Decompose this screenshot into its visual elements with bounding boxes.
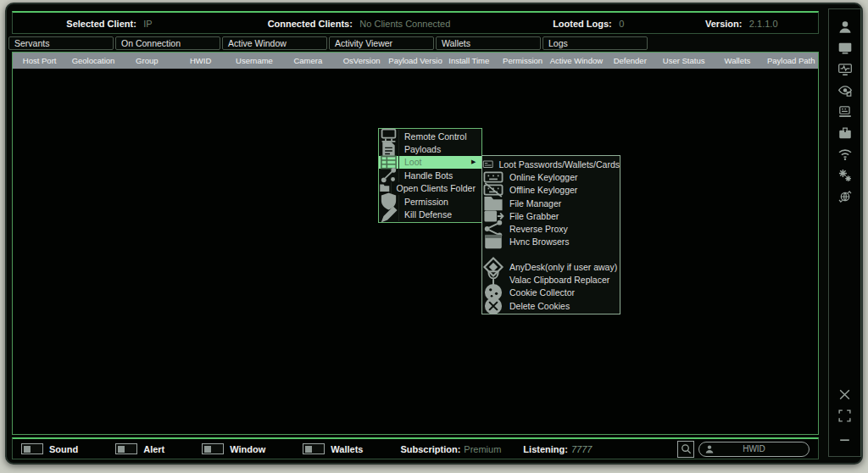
keylogger-icon xyxy=(837,104,853,120)
submenu-arrow-icon: ▶ xyxy=(471,159,481,165)
column-header[interactable]: Active Window xyxy=(549,56,603,65)
close-icon xyxy=(837,387,852,402)
sidebar-button[interactable] xyxy=(834,186,856,207)
hvnc-browsers-icon xyxy=(482,231,504,253)
checkbox-label: Wallets xyxy=(331,444,363,454)
sidebar-button[interactable] xyxy=(834,37,856,58)
listening-port-value: 7777 xyxy=(571,444,592,454)
tab[interactable]: Wallets xyxy=(436,36,541,50)
version-value: 2.1.1.0 xyxy=(749,19,778,29)
checkbox[interactable] xyxy=(303,443,325,454)
settings-gears-icon xyxy=(837,168,853,183)
context-menu-item-label: Open Clients Folder xyxy=(392,183,476,193)
sidebar-button[interactable] xyxy=(834,122,856,143)
hwid-search-input[interactable] xyxy=(699,442,809,456)
user-icon xyxy=(704,444,715,454)
sidebar-button[interactable] xyxy=(834,16,856,37)
connected-clients-label: Connected Clients: xyxy=(268,19,353,29)
sidebar-button[interactable] xyxy=(834,164,856,186)
context-menu-item-label: Kill Defense xyxy=(399,209,471,220)
submenu-item-label: Offline Keylogger xyxy=(504,185,620,195)
column-header[interactable]: Camera xyxy=(281,56,335,65)
submenu-item-label: Delete Cookies xyxy=(504,301,620,311)
spy-eye-icon xyxy=(837,83,853,98)
column-header[interactable]: HWID xyxy=(174,56,227,65)
connected-clients-value: No Clients Connected xyxy=(359,19,450,29)
submenu-item-label: Reverse Proxy xyxy=(504,224,620,234)
checkbox[interactable] xyxy=(115,443,137,454)
briefcase-icon xyxy=(837,125,853,141)
context-menu-item[interactable]: Kill Defense ▶ xyxy=(379,208,481,220)
clients-table-body[interactable] xyxy=(13,69,818,434)
sidebar-button[interactable] xyxy=(834,80,856,101)
submenu-item[interactable]: Hvnc Browsers xyxy=(482,236,620,248)
listening-status: Listening: 7777 xyxy=(523,444,592,454)
window-control-button[interactable] xyxy=(834,405,856,426)
looted-logs-label: Looted Logs: xyxy=(553,19,612,29)
column-header[interactable]: Defender xyxy=(604,56,657,65)
column-header[interactable]: Permission xyxy=(496,56,549,65)
checkbox-group: Alert xyxy=(115,443,164,454)
version-label: Version: xyxy=(705,19,742,29)
column-header[interactable]: OsVersion xyxy=(335,56,388,65)
app-window: Selected Client: IP Connected Clients: N… xyxy=(5,3,863,465)
window-controls xyxy=(834,384,856,456)
column-header[interactable]: Wallets xyxy=(710,56,764,65)
sidebar-button[interactable] xyxy=(834,143,856,164)
window-control-button[interactable] xyxy=(834,426,856,448)
selected-client-label: Selected Client: xyxy=(66,19,136,29)
submenu-item-label: Hvnc Browsers xyxy=(504,236,620,247)
context-menu-item-label: Payloads xyxy=(399,144,471,154)
looted-logs-value: 0 xyxy=(619,19,624,29)
checkbox-group: Wallets xyxy=(303,443,363,454)
search-button[interactable] xyxy=(677,441,694,458)
context-menu: Remote Control ▶ Payloads ▶ Loot ▶ xyxy=(378,128,482,223)
listening-label: Listening: xyxy=(523,444,568,454)
status-header-bar: Selected Client: IP Connected Clients: N… xyxy=(12,11,819,34)
tab[interactable]: On Connection xyxy=(115,36,220,50)
sidebar-button[interactable] xyxy=(834,101,856,122)
column-header[interactable]: Payload Path xyxy=(765,56,818,65)
context-menu-item-label: Loot xyxy=(399,157,471,167)
column-header[interactable]: Group xyxy=(120,56,174,65)
tab[interactable]: Active Window xyxy=(222,36,327,50)
tab[interactable]: Servants xyxy=(8,36,114,50)
submenu-item-label: Cookie Collector xyxy=(504,287,620,298)
checkbox-label: Alert xyxy=(143,444,164,454)
loot-submenu: Loot Passwords/Wallets/Cards Online Keyl… xyxy=(481,155,620,314)
column-header[interactable]: User Status xyxy=(657,56,710,65)
submenu-item-label: AnyDesk(only if user away) xyxy=(504,262,620,272)
minimize-icon xyxy=(837,430,852,444)
submenu-item-label: File Manager xyxy=(504,198,620,209)
submenu-item[interactable]: Delete Cookies xyxy=(482,299,620,312)
kill-defense-icon xyxy=(379,205,398,225)
clients-table-header: Host Port Geolocation Group HWID Usernam… xyxy=(13,53,818,69)
window-control-button[interactable] xyxy=(834,384,856,405)
subscription-value: Premium xyxy=(464,444,501,454)
checkbox-group: Sound xyxy=(21,443,78,454)
column-header[interactable]: Geolocation xyxy=(66,56,120,65)
sidebar-icon-column xyxy=(834,9,856,207)
context-menu-item[interactable]: Handle Bots ▶ xyxy=(379,169,481,181)
checkbox-label: Sound xyxy=(49,444,78,454)
sidebar-button[interactable] xyxy=(834,58,856,80)
column-header[interactable]: Username xyxy=(227,56,281,65)
desktop-background: Selected Client: IP Connected Clients: N… xyxy=(0,0,868,473)
checkbox[interactable] xyxy=(202,443,224,454)
wifi-icon xyxy=(837,147,853,162)
submenu-item-label: Loot Passwords/Wallets/Cards xyxy=(493,159,620,170)
column-header[interactable]: Install Time xyxy=(442,56,496,65)
right-sidebar xyxy=(828,8,861,457)
tab-bar: Servants On Connection Active Window Act… xyxy=(8,36,648,51)
checkbox-label: Window xyxy=(230,444,265,454)
checkbox[interactable] xyxy=(21,443,43,454)
column-header[interactable]: Payload Version xyxy=(388,56,442,65)
tab[interactable]: Activity Viewer xyxy=(329,36,434,50)
monitor-icon xyxy=(837,41,853,56)
tab[interactable]: Logs xyxy=(542,36,648,50)
hwid-search-field xyxy=(698,442,810,457)
looted-logs-status: Looted Logs: 0 xyxy=(512,15,665,31)
column-header[interactable]: Host Port xyxy=(13,56,66,65)
context-menu-item-label: Permission xyxy=(399,197,471,207)
selected-client-value: IP xyxy=(143,19,152,29)
